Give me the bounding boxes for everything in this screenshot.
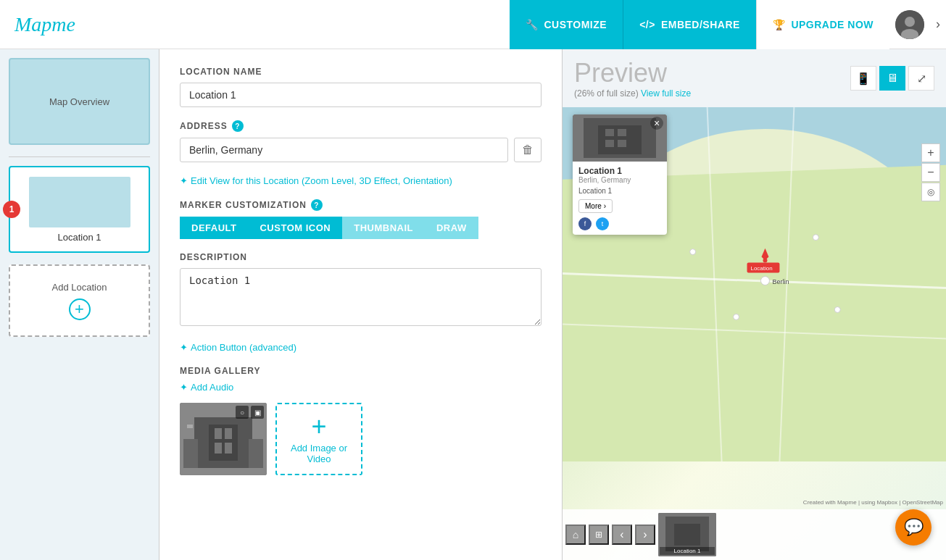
popup-description: Location 1 [578,187,661,195]
svg-point-29 [763,259,767,263]
trophy-icon: 🏆 [773,19,786,30]
arrow-icon: › [604,202,606,210]
add-media-label: Add Image or Video [291,443,347,464]
chat-icon: 💬 [904,518,924,537]
clear-address-button[interactable]: 🗑 [514,138,542,162]
map-popup: × Location 1 Berlin, Germany Location 1 … [573,114,667,235]
popup-close-button[interactable]: × [650,117,663,130]
mapme-credit: Created with Mapme | using Mapbox | Open… [803,499,943,506]
svg-point-1 [905,17,915,27]
svg-rect-11 [249,439,263,468]
action-button-link[interactable]: ✦ Action Button (advanced) [180,342,542,353]
embed-share-button[interactable]: </> EMBED/SHARE [623,0,756,49]
svg-rect-35 [605,140,614,147]
logo: Mapme [0,13,510,36]
thumbnail-strip: ⌂ ⊞ ‹ › Location 1 [563,509,946,560]
location-name-label: LOCATION NAME [180,67,542,77]
address-label: ADDRESS ? [180,120,542,132]
popup-social-share: f t [578,217,661,230]
svg-rect-33 [605,129,614,136]
thumbnail-strip-image[interactable]: Location 1 [658,513,716,556]
add-audio-link[interactable]: ✦ Add Audio [180,382,542,393]
svg-rect-10 [183,439,198,468]
address-input[interactable] [180,138,508,162]
edit-view-link[interactable]: ✦ Edit View for this Location (Zoom Leve… [180,175,542,186]
view-full-size-link[interactable]: View full size [641,88,691,99]
thumb-home-button[interactable]: ⌂ [565,525,586,545]
svg-point-24 [734,314,739,319]
svg-rect-9 [225,443,232,454]
address-row: 🗑 [180,138,542,162]
thumb-prev-button[interactable]: ‹ [612,525,632,545]
svg-rect-34 [618,129,626,136]
svg-rect-6 [215,428,222,439]
description-label: DESCRIPTION [180,252,542,262]
svg-text:Berlin: Berlin [772,278,789,285]
marker-help-icon[interactable]: ? [311,199,323,211]
description-textarea[interactable]: Location 1 [180,268,542,326]
thumbnail-label: Location 1 [660,547,715,555]
preview-panel: Preview (26% of full size) View full siz… [562,49,946,560]
popup-more-button[interactable]: More › [578,199,613,213]
media-gallery-label: MEDIA GALLERY [180,366,542,376]
location-thumbnail [29,177,130,227]
main-layout: Map Overview 1 Location 1 Add Location +… [0,49,946,560]
thumb-next-button[interactable]: › [635,525,655,545]
chat-button[interactable]: 💬 [895,509,932,546]
trash-icon: 🗑 [522,143,534,156]
location-name-input[interactable] [180,83,542,107]
preview-subtitle: (26% of full size) View full size [574,88,691,99]
customize-button[interactable]: 🔧 CUSTOMIZE [510,0,623,49]
preview-header: Preview (26% of full size) View full siz… [563,49,946,107]
facebook-share-icon[interactable]: f [578,217,592,230]
popup-image: × [573,114,667,162]
location-number-badge: 1 [3,201,20,218]
media-overlay-icons: ○ ▣ [236,406,264,419]
marker-customization-label: MARKER CUSTOMIZATION ? [180,199,542,211]
popup-address: Berlin, Germany [578,176,661,184]
marker-tab-draw[interactable]: DRAW [425,217,478,239]
svg-text:Location: Location [751,265,773,272]
olympic-rings-icon: ○ [236,406,249,419]
marker-tabs: DEFAULT CUSTOM ICON THUMBNAIL DRAW [180,217,542,239]
svg-rect-7 [225,428,232,439]
media-thumbnail-1[interactable]: ○ ▣ [180,403,267,475]
zoom-out-button[interactable]: − [921,163,940,182]
svg-point-23 [813,235,818,241]
mobile-view-button[interactable]: 📱 [850,66,876,91]
add-location-icon: + [69,298,91,320]
svg-rect-5 [209,425,238,461]
fullscreen-view-button[interactable]: ⤢ [908,66,934,91]
add-location-label: Add Location [52,282,107,293]
location-item[interactable]: 1 Location 1 [9,166,150,253]
add-media-button[interactable]: + Add Image or Video [275,403,362,475]
popup-title: Location 1 [578,166,661,176]
twitter-share-icon[interactable]: t [596,217,609,230]
desktop-view-button[interactable]: 🖥 [879,66,905,91]
marker-tab-default[interactable]: DEFAULT [180,217,248,239]
sidebar: Map Overview 1 Location 1 Add Location + [0,49,159,560]
map-controls: + − ◎ [921,143,940,201]
svg-rect-36 [618,140,626,147]
account-chevron-icon[interactable]: › [930,17,946,32]
thumb-layers-button[interactable]: ⊞ [589,525,609,545]
address-help-icon[interactable]: ? [232,120,244,132]
sidebar-divider [9,156,150,157]
marker-tab-thumbnail[interactable]: THUMBNAIL [342,217,425,239]
svg-rect-39 [674,524,700,546]
header: Mapme 🔧 CUSTOMIZE </> EMBED/SHARE 🏆 UPGR… [0,0,946,49]
avatar[interactable] [895,10,924,39]
marker-tab-custom-icon[interactable]: CUSTOM ICON [248,217,342,239]
plus-icon: + [311,414,326,440]
map-overview-item[interactable]: Map Overview [9,58,150,145]
svg-rect-12 [187,425,193,428]
media-gallery: ○ ▣ + Add Image or Video [180,403,542,475]
compass-button[interactable]: ◎ [921,183,940,201]
svg-point-22 [690,249,696,255]
wrench-icon: 🔧 [526,19,539,30]
map-container[interactable]: Berlin Location [563,107,946,560]
upgrade-button[interactable]: 🏆 UPGRADE NOW [756,0,889,49]
zoom-in-button[interactable]: + [921,143,940,162]
popup-body: Location 1 Berlin, Germany Location 1 Mo… [573,162,667,235]
add-location-item[interactable]: Add Location + [9,264,150,337]
